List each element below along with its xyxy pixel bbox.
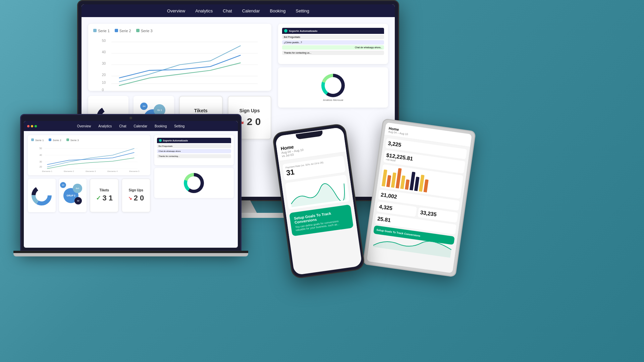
svg-point-38: [37, 191, 46, 200]
monitor-nav-analytics[interactable]: Analytics: [195, 8, 213, 13]
phone-body: Payment Rate (vs. 32% Jul 19 to 26) 31 S…: [278, 152, 357, 240]
laptop-tickets-label: Tikets: [99, 188, 109, 192]
laptop-signups-label: Sign Ups: [129, 188, 143, 192]
signups-label: Sign Ups: [239, 108, 260, 113]
laptop-check-icon: ✓: [96, 194, 101, 202]
tickets-label: Tikets: [194, 108, 208, 113]
laptop-nav-setting[interactable]: Setting: [174, 124, 184, 128]
svg-text:10: 10: [102, 81, 106, 84]
laptop-chat-msg1: Bot Preguntado: [157, 144, 231, 148]
chat-msg-3: Chat de whatsapp ahora...: [282, 45, 384, 50]
svg-text:Elemento 4: Elemento 4: [107, 170, 118, 172]
svg-text:30: 30: [102, 62, 106, 65]
legend-serie2: Serie 2: [115, 29, 131, 33]
laptop-frame: Overview Analytics Chat Calendar Booking…: [20, 114, 241, 251]
laptop-signups-value: ↘ 2 0: [128, 194, 144, 202]
svg-text:50: 50: [102, 39, 106, 43]
svg-text:50: 50: [39, 147, 42, 149]
laptop-chart-legend: Serie 1 Serie 2 Serie 3: [31, 138, 147, 142]
monitor-analytics-panel: Análisis Mensual: [278, 67, 388, 108]
tablet-frame: Home Aug 04 – Aug 10 3,225 $12,225.81 +4…: [363, 118, 476, 278]
laptop-nav-chat[interactable]: Chat: [119, 124, 126, 128]
svg-text:Elemento 1: Elemento 1: [42, 170, 52, 172]
dot-red: [27, 125, 30, 127]
chat-msg-2: ¿Cómo puedo...?: [282, 40, 384, 45]
laptop-line-chart: Serie 1 Serie 2 Serie 3 50 40 30 20: [28, 135, 150, 175]
laptop-chat-avatar: [159, 139, 162, 142]
dot-yellow: [31, 125, 33, 127]
svg-text:20: 20: [39, 166, 42, 168]
svg-text:Elemento 3: Elemento 3: [86, 170, 96, 172]
laptop-arrow-icon: ↘: [128, 195, 132, 201]
analytics-vis: Análisis Mensual: [321, 74, 345, 102]
svg-text:Elemento 5: Elemento 5: [129, 170, 140, 172]
tablet: Home Aug 04 – Aug 10 3,225 $12,225.81 +4…: [363, 118, 476, 278]
laptop-nav-dots: [27, 125, 37, 127]
laptop-base-bottom: [13, 253, 248, 256]
chat-mini-header: Soporte Automatizado: [282, 28, 384, 34]
legend-serie3: Serie 3: [136, 29, 153, 33]
line-chart-box: Serie 1 Serie 2 Serie 3 50 40 30 20 10 0: [88, 24, 271, 91]
laptop-legend-s2: Serie 2: [49, 138, 61, 142]
legend-serie1: Serie 1: [93, 29, 110, 33]
laptop-chat-msg3: Thanks for contacting...: [157, 154, 231, 158]
laptop-nav-calendar[interactable]: Calendar: [133, 124, 147, 128]
laptop-nav: Overview Analytics Chat Calendar Booking…: [24, 121, 238, 131]
laptop: Overview Analytics Chat Calendar Booking…: [20, 114, 248, 268]
laptop-chart-svg: 50 40 30 20 Elemento 1 El: [31, 145, 147, 172]
chat-msg-1: Bot Preguntado: [282, 35, 384, 39]
laptop-analytics-circle: [184, 173, 204, 193]
monitor-nav-chat[interactable]: Chat: [223, 8, 232, 13]
chart-legend: Serie 1 Serie 2 Serie 3: [93, 29, 266, 33]
line-chart-svg: 50 40 30 20 10 0: [93, 36, 266, 93]
laptop-left: Serie 1 Serie 2 Serie 3 50 40 30 20: [28, 135, 150, 244]
laptop-content: Serie 1 Serie 2 Serie 3 50 40 30 20: [24, 131, 238, 248]
laptop-tickets-card: Tikets ✓ 3 1: [90, 179, 118, 212]
tablet-body: 3,225 $12,225.81 +40 MoM: [368, 135, 470, 263]
svg-text:20: 20: [102, 73, 106, 77]
svg-text:30: 30: [39, 161, 42, 163]
analytics-circle: [321, 74, 345, 97]
phone-wave-chart: [287, 176, 348, 208]
laptop-chat-msg2: Chat de whatsapp ahora: [157, 149, 231, 153]
tablet-screen: Home Aug 04 – Aug 10 3,225 $12,225.81 +4…: [367, 122, 472, 273]
laptop-analytics-panel: [154, 168, 234, 198]
monitor-nav-overview[interactable]: Overview: [167, 8, 185, 13]
svg-text:40: 40: [39, 154, 42, 156]
svg-text:40: 40: [102, 50, 106, 54]
monitor-nav: Overview Analytics Chat Calendar Booking…: [82, 4, 395, 17]
laptop-donut-svg: [30, 184, 53, 207]
dot-green: [35, 125, 37, 127]
laptop-legend-s1: Serie 1: [31, 138, 44, 142]
laptop-bubble-vis: GRUP 2 Gr1 G3 G4: [59, 182, 86, 209]
chat-avatar: [284, 29, 287, 33]
laptop-pie-chart: [28, 179, 56, 212]
laptop-nav-analytics[interactable]: Analytics: [98, 124, 112, 128]
phone-chart-area: [285, 175, 350, 210]
laptop-signups-card: Sign Ups ↘ 2 0: [122, 179, 150, 212]
phone-cta: Setup Goals To Track Conversions You can…: [289, 204, 354, 236]
laptop-tickets-value: ✓ 3 1: [96, 194, 113, 202]
laptop-bottom-row: GRUP 2 Gr1 G3 G4 Tikets ✓ 3 1: [28, 179, 150, 212]
laptop-screen: Overview Analytics Chat Calendar Booking…: [24, 121, 238, 248]
analytics-label: Análisis Mensual: [323, 99, 343, 102]
laptop-nav-overview[interactable]: Overview: [77, 124, 91, 128]
laptop-legend-s3: Serie 3: [66, 138, 79, 142]
svg-text:Elemento 2: Elemento 2: [64, 170, 74, 172]
laptop-chat-panel: Soporte Automatizado Bot Preguntado Chat…: [154, 135, 234, 165]
monitor-nav-booking[interactable]: Booking: [270, 8, 285, 13]
laptop-chat-header: Soporte Automatizado: [157, 138, 231, 143]
chat-msg-4: Thanks for contacting us...: [282, 51, 384, 55]
laptop-nav-booking[interactable]: Booking: [155, 124, 167, 128]
monitor-nav-calendar[interactable]: Calendar: [242, 8, 260, 13]
laptop-analytics-inner: [187, 176, 201, 190]
monitor-chat-panel: Soporte Automatizado Bot Preguntado ¿Cóm…: [278, 24, 388, 64]
laptop-camera: [129, 117, 132, 119]
analytics-circle-inner: [325, 77, 341, 94]
laptop-right: Soporte Automatizado Bot Preguntado Chat…: [154, 135, 234, 244]
svg-text:0: 0: [102, 88, 104, 92]
monitor-nav-setting[interactable]: Setting: [296, 8, 309, 13]
laptop-bubble-chart: GRUP 2 Gr1 G3 G4: [59, 179, 87, 212]
